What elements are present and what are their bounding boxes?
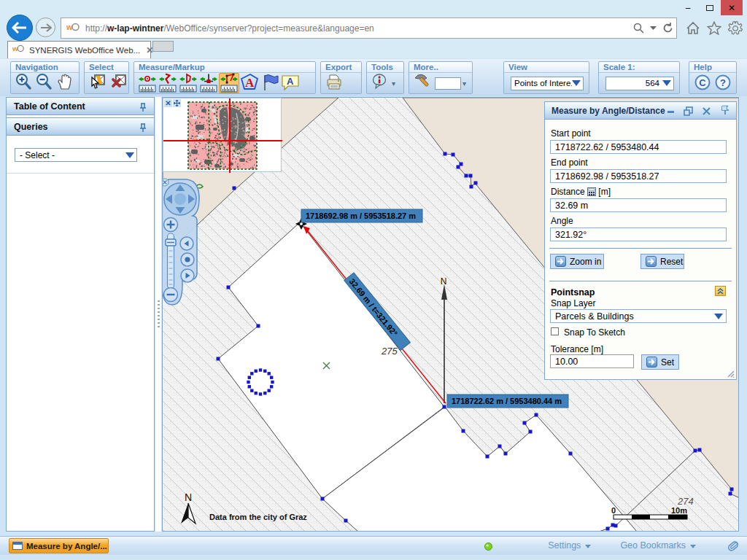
svg-text:A: A	[287, 76, 294, 87]
svg-text:C: C	[699, 77, 706, 88]
svg-text:1718692.98 m / 5953518.27 m: 1718692.98 m / 5953518.27 m	[306, 211, 416, 220]
svg-text:1718722.62 m / 5953480.44 m: 1718722.62 m / 5953480.44 m	[452, 397, 562, 405]
svg-text:N: N	[185, 491, 192, 503]
svg-text:A: A	[245, 76, 255, 90]
svg-text:Data from the city of Graz: Data from the city of Graz	[209, 513, 307, 521]
svg-text:?: ?	[720, 77, 726, 88]
svg-text:10m: 10m	[671, 506, 687, 515]
svg-text:275: 275	[381, 346, 398, 357]
svg-text:0: 0	[611, 506, 616, 515]
svg-text:N: N	[441, 276, 447, 287]
svg-text:274: 274	[677, 496, 694, 507]
